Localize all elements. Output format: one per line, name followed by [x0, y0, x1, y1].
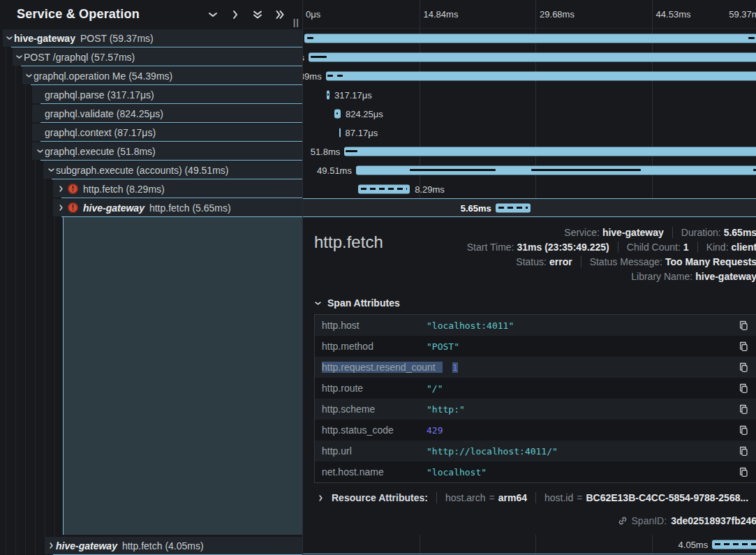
meta-duration: Duration:5.65ms: [672, 227, 756, 238]
duration-label: 5.65ms: [461, 202, 491, 213]
tree-row-http-fetch-5ms-selected[interactable]: ! hive-gateway http.fetch (5.65ms): [0, 198, 302, 217]
attr-row-http-host: http.host "localhost:4011": [315, 315, 756, 336]
span-label: http.fetch (4.05ms): [122, 540, 204, 552]
span-id-value: 3de02518937fb246: [671, 515, 756, 526]
chevron-right-icon[interactable]: [46, 542, 56, 549]
span-bar[interactable]: [326, 71, 756, 80]
copy-icon[interactable]: [739, 383, 749, 394]
tree-row-hive-gateway-post[interactable]: hive-gateway POST (59.37ms): [0, 29, 302, 47]
span-metadata: Service:hive-gateway Duration:5.65ms Sta…: [459, 227, 756, 282]
span-bar-row: 8.29ms: [303, 179, 756, 198]
span-bar[interactable]: [344, 147, 756, 156]
span-label: http.fetch (5.65ms): [149, 202, 231, 214]
chevron-down-icon[interactable]: [24, 72, 34, 80]
ruler-tick: 59.37ms: [729, 9, 756, 20]
span-bar-row: 54.39ms: [303, 66, 756, 85]
column-resize-handle[interactable]: ||: [293, 17, 299, 27]
child-span-mark: [337, 75, 342, 77]
attr-row-resend-count: http.request.resend_count 1: [315, 357, 756, 378]
duration-label: 824.25μs: [346, 108, 383, 119]
trace-viewer: Service & Operation || hive-gateway POST…: [0, 0, 756, 555]
chevron-right-icon[interactable]: [56, 185, 66, 193]
span-label: POST (59.37ms): [80, 33, 154, 44]
span-bar-row: 317.17μs: [303, 85, 756, 104]
copy-icon[interactable]: [739, 467, 749, 478]
chevron-down-icon[interactable]: [35, 147, 45, 155]
chevron-down-icon[interactable]: [14, 53, 24, 61]
ruler-tick: 44.53ms: [656, 9, 691, 20]
span-tree-panel: Service & Operation || hive-gateway POST…: [0, 0, 303, 555]
span-bar[interactable]: [496, 203, 531, 212]
copy-icon[interactable]: [739, 362, 749, 373]
child-span-mark: [753, 169, 756, 171]
duration-label: 57.57ms: [303, 52, 304, 62]
chevron-down-icon[interactable]: [46, 166, 56, 174]
span-attributes-toggle[interactable]: Span Attributes: [314, 297, 756, 309]
copy-icon[interactable]: [739, 446, 749, 457]
span-bar-row: 4.05ms: [303, 535, 756, 554]
span-bar-row: 49.51ms: [303, 161, 756, 179]
child-span-mark: [531, 169, 641, 171]
duration-label: 51.8ms: [311, 146, 341, 156]
tree-row-graphql-operation[interactable]: graphql.operation Me (54.39ms): [0, 66, 302, 85]
link-icon[interactable]: [618, 516, 628, 526]
span-bar[interactable]: [712, 540, 756, 549]
copy-icon[interactable]: [739, 320, 749, 331]
span-bar[interactable]: [327, 90, 329, 99]
tree-row-http-fetch-4ms[interactable]: hive-gateway http.fetch (4.05ms): [0, 536, 302, 555]
span-label: graphql.parse (317.17μs): [45, 89, 154, 101]
span-bar[interactable]: [304, 34, 756, 43]
duration-label: 4.05ms: [679, 539, 709, 549]
duration-label: 87.17μs: [346, 127, 378, 138]
duration-label: 8.29ms: [415, 184, 445, 194]
meta-service: Service:hive-gateway: [556, 227, 672, 238]
chevron-right-icon[interactable]: [317, 494, 325, 502]
span-bar[interactable]: [339, 128, 341, 137]
span-label: POST /graphql (57.57ms): [24, 52, 135, 63]
tree-header: Service & Operation ||: [0, 0, 302, 29]
resource-attributes-heading[interactable]: Resource Attributes:: [332, 492, 428, 503]
collapse-one-icon[interactable]: [207, 9, 218, 20]
span-bar-row-selected: 5.65ms: [303, 198, 756, 217]
meta-start-time: Start Time:31ms (23:35:49.225): [459, 242, 618, 253]
span-label: subgraph.execute (accounts) (49.51ms): [56, 165, 228, 176]
ruler-tick: 14.84ms: [424, 9, 459, 20]
span-bar[interactable]: [309, 52, 756, 61]
duration-label: 49.51ms: [317, 165, 352, 175]
tree-row-graphql-parse[interactable]: graphql.parse (317.17μs): [0, 85, 302, 104]
span-bar[interactable]: [358, 184, 410, 193]
span-id-label: SpanID:: [632, 515, 667, 526]
span-detail-panel: http.fetch Service:hive-gateway Duration…: [303, 217, 756, 535]
chevron-down-icon: [314, 299, 322, 307]
attr-row-net-host-name: net.host.name "localhost": [315, 461, 756, 482]
tree-row-graphql-context[interactable]: graphql.context (87.17μs): [0, 123, 302, 142]
span-title: http.fetch: [314, 227, 383, 282]
tree-row-graphql-validate[interactable]: graphql.validate (824.25μs): [0, 104, 302, 123]
copy-icon[interactable]: [739, 425, 749, 436]
collapse-all-icon[interactable]: [252, 9, 263, 20]
copy-icon[interactable]: [739, 341, 749, 352]
duration-label: 54.39ms: [303, 71, 322, 81]
meta-kind: Kind:client: [697, 242, 756, 253]
attr-row-http-scheme: http.scheme "http:": [315, 399, 756, 420]
span-bar-row: 87.17μs: [303, 123, 756, 142]
copy-icon[interactable]: [739, 404, 749, 415]
child-span-mark: [327, 94, 329, 96]
child-span-mark: [748, 37, 755, 39]
tree-row-graphql-execute[interactable]: graphql.execute (51.8ms): [0, 142, 302, 161]
child-span-mark: [410, 169, 496, 171]
expand-one-icon[interactable]: [230, 9, 241, 20]
tree-row-post-graphql[interactable]: POST /graphql (57.57ms): [0, 47, 302, 66]
tree-row-http-fetch-8ms[interactable]: ! http.fetch (8.29ms): [0, 179, 302, 198]
attr-row-status-code: http.status_code 429: [315, 420, 756, 441]
span-attributes-table: http.host "localhost:4011" http.method "…: [314, 314, 756, 483]
chevron-down-icon[interactable]: [4, 34, 14, 42]
span-bar[interactable]: [334, 109, 341, 118]
span-bar[interactable]: [356, 165, 756, 175]
expand-all-icon[interactable]: [274, 9, 286, 20]
expanded-span-region: [0, 217, 302, 535]
chevron-right-icon[interactable]: [56, 204, 66, 212]
tree-row-subgraph-execute[interactable]: subgraph.execute (accounts) (49.51ms): [0, 161, 302, 179]
span-bar-row: [303, 29, 756, 47]
span-label: graphql.execute (51.8ms): [45, 146, 156, 157]
